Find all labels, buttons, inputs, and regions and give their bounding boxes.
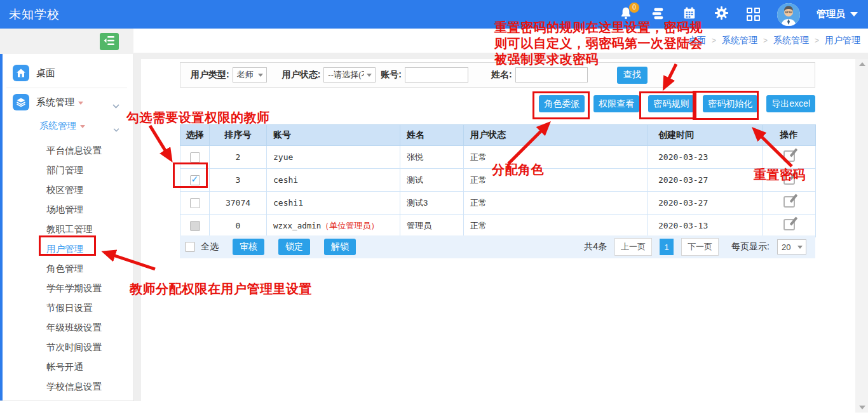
sidebar-item-grade-class[interactable]: 年级班级设置 <box>0 318 133 338</box>
sidebar-subgroup-label: 系统管理 <box>39 120 76 132</box>
cell-account: zyue <box>267 146 400 169</box>
select-all-label: 全选 <box>201 241 219 253</box>
breadcrumb-separator: > <box>712 36 716 45</box>
caret-down-icon <box>258 74 263 77</box>
col-actions: 操作 <box>763 125 816 146</box>
col-sort: 排序号 <box>210 125 267 146</box>
sidebar-item-account-open[interactable]: 帐号开通 <box>0 357 133 377</box>
unlock-button[interactable]: 解锁 <box>324 239 356 255</box>
breadcrumb-desktop[interactable]: 桌面 <box>688 35 706 46</box>
table-header-row: 选择 排序号 账号 姓名 用户状态 创建时间 操作 <box>180 125 816 146</box>
scroll-down-arrow-icon[interactable] <box>859 406 865 409</box>
apps-button[interactable] <box>745 7 761 22</box>
audit-button[interactable]: 审核 <box>233 239 264 255</box>
edit-icon[interactable] <box>783 219 795 230</box>
stack-button[interactable] <box>650 7 665 22</box>
collapse-sidebar-button[interactable] <box>100 33 119 50</box>
permission-view-button[interactable]: 权限查看 <box>593 95 639 112</box>
breadcrumb: 桌面 > 系统管理 > 系统管理 > 用户管理 <box>133 29 868 53</box>
account-input[interactable] <box>405 67 468 83</box>
user-type-select[interactable]: 老师 <box>233 67 267 83</box>
breadcrumb-system-1[interactable]: 系统管理 <box>722 35 757 46</box>
sidebar-item-staff[interactable]: 教职工管理 <box>0 220 133 239</box>
vertical-scrollbar[interactable] <box>855 59 868 413</box>
search-button[interactable]: 查找 <box>617 67 648 84</box>
sidebar-item-venue[interactable]: 场地管理 <box>0 200 133 220</box>
row-checkbox[interactable] <box>190 175 200 185</box>
table-footer-bar: 全选 审核 锁定 解锁 共4条 上一页 1 下一页 每页显示: 20 <box>180 235 815 258</box>
cell-status: 正常 <box>464 215 648 237</box>
user-type-label: 用户类型: <box>191 69 229 81</box>
scroll-up-arrow-icon[interactable] <box>859 62 865 66</box>
breadcrumb-user-mgmt[interactable]: 用户管理 <box>825 35 860 46</box>
avatar[interactable] <box>777 3 800 26</box>
user-status-value: --请选择(不 <box>328 69 364 81</box>
per-page-select[interactable]: 20 <box>777 239 806 255</box>
cell-sort: 2 <box>210 146 267 169</box>
sidebar-group-system[interactable]: 系统管理 <box>0 91 133 113</box>
sidebar-subgroup-system[interactable]: 系统管理 <box>0 116 133 135</box>
sidebar-submenu: 平台信息设置 部门管理 校区管理 场地管理 教职工管理 用户管理 角色管理 学年… <box>0 141 133 401</box>
account-note: （单位管理员） <box>321 221 379 230</box>
user-table: 选择 排序号 账号 姓名 用户状态 创建时间 操作 2 zyue 张悦 正常 2… <box>180 124 816 237</box>
divider-band <box>133 53 868 59</box>
sidebar-item-desktop[interactable]: 桌面 <box>0 62 133 84</box>
sidebar-item-holiday[interactable]: 节假日设置 <box>0 298 133 318</box>
notifications-button[interactable]: 0 <box>618 7 634 22</box>
sidebar-item-user-mgmt[interactable]: 用户管理 <box>0 239 133 259</box>
sidebar-item-period-time[interactable]: 节次时间设置 <box>0 338 133 357</box>
cell-sort: 0 <box>210 215 267 237</box>
export-excel-button[interactable]: 导出excel <box>766 95 815 112</box>
role-assign-button[interactable]: 角色委派 <box>539 95 585 112</box>
current-page[interactable]: 1 <box>660 239 674 255</box>
row-checkbox[interactable] <box>190 198 200 208</box>
prev-page-button[interactable]: 上一页 <box>614 238 652 256</box>
caret-down-icon <box>797 246 803 249</box>
table-row: 2 zyue 张悦 正常 2020-03-23 <box>180 146 816 169</box>
chevron-down-icon <box>112 100 119 111</box>
user-management-page: 未知学校 0 <box>0 0 868 417</box>
per-page-label: 每页显示: <box>731 241 770 253</box>
select-all-checkbox[interactable] <box>185 242 195 252</box>
settings-button[interactable] <box>714 7 729 22</box>
chevron-down-icon <box>113 123 119 135</box>
sidebar-item-clipped[interactable]: 考勤设置 <box>0 397 133 401</box>
stack-icon <box>651 6 665 23</box>
cell-created: 2020-03-27 <box>648 192 763 215</box>
cell-name: 管理员 <box>400 215 464 237</box>
layers-icon <box>13 94 29 110</box>
lock-button[interactable]: 锁定 <box>278 239 310 255</box>
sidebar-item-department[interactable]: 部门管理 <box>0 161 133 180</box>
edit-icon[interactable] <box>783 150 795 162</box>
sidebar-item-school-year[interactable]: 学年学期设置 <box>0 279 133 298</box>
cell-created: 2020-03-23 <box>648 146 763 169</box>
edit-icon[interactable] <box>783 196 795 208</box>
sidebar-item-role[interactable]: 角色管理 <box>0 259 133 279</box>
row-checkbox[interactable] <box>190 221 200 231</box>
table-row: 37074 ceshi1 测试3 正常 2020-03-27 <box>180 192 816 215</box>
notification-badge: 0 <box>629 3 639 13</box>
admin-menu[interactable]: 管理员 <box>817 8 858 20</box>
sidebar-header <box>0 29 133 54</box>
cell-name: 测试 <box>400 169 464 192</box>
breadcrumb-system-2[interactable]: 系统管理 <box>773 35 809 46</box>
table-row: 3 ceshi 测试 正常 2020-03-27 <box>180 169 816 192</box>
col-status: 用户状态 <box>464 125 648 146</box>
breadcrumb-separator: > <box>815 36 819 45</box>
caret-down-icon <box>850 12 858 17</box>
password-rule-button[interactable]: 密码规则 <box>648 95 694 112</box>
next-page-button[interactable]: 下一页 <box>681 238 719 256</box>
sidebar-item-school-info[interactable]: 学校信息设置 <box>0 377 133 397</box>
cell-status: 正常 <box>464 169 648 192</box>
password-init-button[interactable]: 密码初始化 <box>703 95 757 112</box>
user-status-select[interactable]: --请选择(不 <box>323 67 376 83</box>
name-input[interactable] <box>515 67 588 83</box>
sidebar-item-campus[interactable]: 校区管理 <box>0 180 133 200</box>
sidebar-item-platform-info[interactable]: 平台信息设置 <box>0 141 133 161</box>
pagination: 共4条 上一页 1 下一页 每页显示: 20 <box>584 238 806 256</box>
calendar-button[interactable] <box>682 7 697 22</box>
row-checkbox[interactable] <box>190 152 200 162</box>
sidebar-item-label: 桌面 <box>36 67 55 79</box>
gear-icon <box>714 6 729 23</box>
edit-icon[interactable] <box>783 173 795 185</box>
